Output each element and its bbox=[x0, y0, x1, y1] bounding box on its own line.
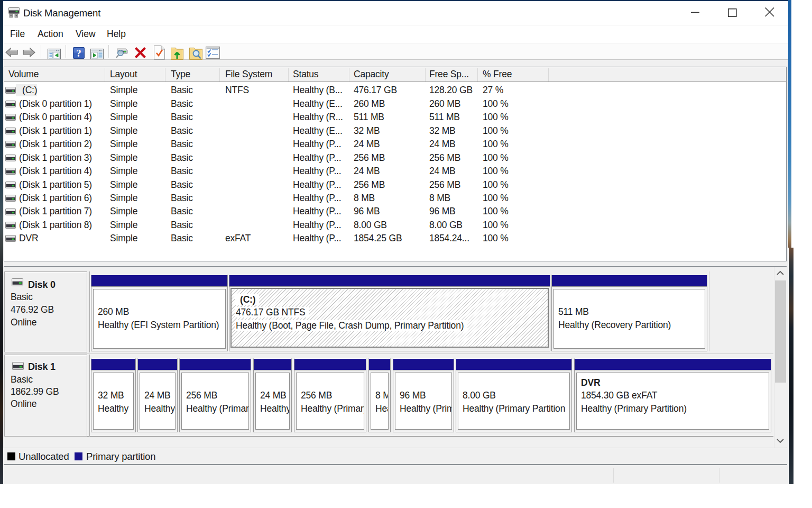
svg-text:?: ? bbox=[76, 48, 81, 59]
